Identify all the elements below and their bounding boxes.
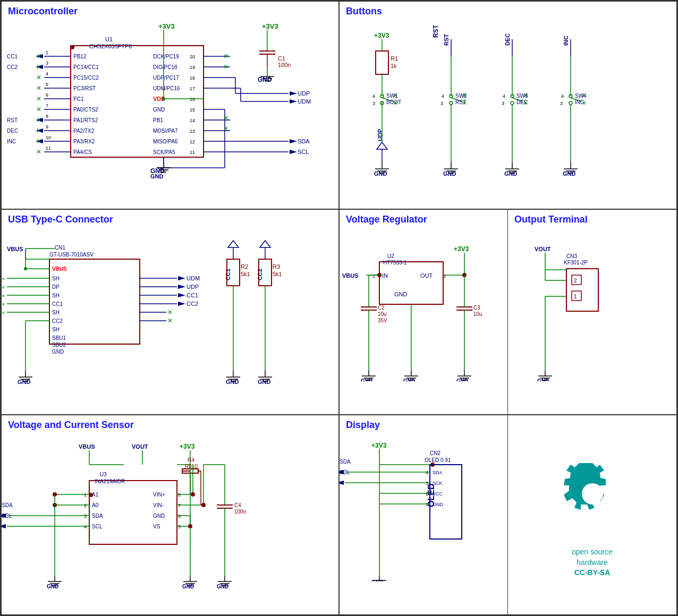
- svg-text:SDA: SDA: [340, 459, 351, 465]
- svg-text:RST: RST: [7, 117, 18, 123]
- svg-text:✕: ✕: [167, 317, 173, 324]
- cell-display: Display +3V3 CN2 OLED 0.91 OLED SDA SCK …: [340, 415, 508, 614]
- svg-text:✕: ✕: [36, 127, 41, 134]
- svg-text:C4: C4: [234, 502, 241, 508]
- svg-text:4: 4: [442, 93, 444, 99]
- svg-text:IN: IN: [382, 272, 388, 279]
- svg-marker-244: [178, 276, 185, 280]
- svg-text:✕: ✕: [223, 125, 228, 132]
- svg-text:19: 19: [190, 65, 195, 70]
- svg-text:2: 2: [426, 491, 428, 497]
- svg-text:GND: GND: [443, 170, 456, 177]
- svg-point-379: [89, 493, 93, 497]
- svg-text:GND: GND: [258, 76, 272, 83]
- svg-text:+3V3: +3V3: [262, 22, 278, 30]
- svg-marker-253: [178, 302, 185, 306]
- svg-text:HT7533-1: HT7533-1: [383, 260, 407, 266]
- svg-text:17: 17: [190, 86, 195, 91]
- display-title: Display: [340, 415, 507, 433]
- osh-line1: open source: [572, 547, 613, 556]
- svg-text:10u: 10u: [378, 311, 387, 317]
- cell-row2-right: Voltage Regulator VBUS U2 HT7533-1 IN OU…: [339, 209, 677, 415]
- svg-text:+3V3: +3V3: [371, 442, 387, 449]
- svg-text:2: 2: [372, 273, 375, 279]
- svg-text:C1: C1: [278, 55, 285, 62]
- svg-rect-214: [49, 259, 140, 344]
- svg-marker-247: [178, 285, 185, 289]
- svg-text:VS: VS: [153, 524, 160, 529]
- svg-text:GND: GND: [52, 349, 64, 355]
- svg-text:DIO/PC18: DIO/PC18: [153, 64, 177, 70]
- svg-text:+3V3: +3V3: [374, 32, 389, 39]
- svg-text:7: 7: [46, 103, 48, 108]
- svg-text:VOUT: VOUT: [132, 443, 148, 450]
- svg-marker-264: [260, 241, 270, 247]
- svg-text:✕: ✕: [581, 99, 587, 107]
- svg-point-180: [569, 101, 572, 105]
- svg-rect-360: [89, 481, 177, 544]
- svg-marker-123: [290, 150, 297, 154]
- svg-text:GND: GND: [217, 584, 228, 589]
- svg-text:4: 4: [426, 470, 428, 475]
- svg-text:SCL: SCL: [340, 469, 350, 475]
- sensor-schematic: VBUS VOUT +3V3 U3 INA219AIDR A1 A0 SDA S…: [2, 433, 331, 589]
- svg-text:✕: ✕: [2, 285, 5, 290]
- svg-text:2: 2: [574, 278, 577, 284]
- svg-text:CC2: CC2: [187, 301, 198, 307]
- svg-text:SH: SH: [52, 293, 60, 298]
- svg-text:UDP/PC17: UDP/PC17: [153, 75, 179, 81]
- svg-text:PC1: PC1: [73, 96, 84, 102]
- svg-text:✕: ✕: [36, 138, 41, 145]
- svg-text:PA3/RX2: PA3/RX2: [73, 139, 95, 144]
- svg-text:UDM/PC16: UDM/PC16: [153, 85, 180, 91]
- svg-text:4: 4: [372, 93, 375, 99]
- svg-point-169: [511, 101, 514, 105]
- svg-text:35V: 35V: [378, 318, 387, 323]
- svg-text:1: 1: [84, 492, 87, 498]
- svg-marker-389: [2, 524, 6, 528]
- svg-text:✕: ✕: [581, 92, 587, 99]
- svg-text:1: 1: [574, 294, 577, 300]
- svg-text:SDA: SDA: [433, 470, 443, 475]
- svg-text:3: 3: [502, 101, 504, 106]
- svg-text:3: 3: [440, 101, 443, 106]
- svg-text:✕: ✕: [223, 63, 228, 71]
- svg-text:GND: GND: [563, 170, 576, 177]
- svg-text:CN2: CN2: [430, 450, 440, 456]
- cell-buttons: Buttons +3V3 R1 1k RST RST DEC INC UDP: [339, 1, 677, 209]
- svg-text:14: 14: [190, 118, 195, 123]
- svg-text:PC15/CC2: PC15/CC2: [73, 75, 99, 81]
- display-schematic: +3V3 CN2 OLED 0.91 OLED SDA SCK VCC GND …: [340, 433, 504, 581]
- svg-text:CC2: CC2: [52, 318, 63, 324]
- svg-text:4: 4: [84, 524, 87, 529]
- svg-point-463: [588, 484, 597, 493]
- usb-schematic: VBUS CN1 GT-USB-7010ASV VBUS SH DP ✕ SH …: [2, 227, 326, 389]
- svg-text:MISO/PA6: MISO/PA6: [153, 139, 178, 144]
- svg-text:PC14/CC1: PC14/CC1: [73, 64, 99, 70]
- svg-text:2: 2: [84, 503, 87, 508]
- svg-text:GND: GND: [433, 502, 444, 507]
- svg-text:SBU1: SBU1: [52, 335, 66, 341]
- svg-rect-291: [379, 262, 443, 304]
- svg-text:4: 4: [561, 93, 564, 99]
- svg-text:SCL: SCL: [298, 149, 309, 155]
- svg-text:3: 3: [372, 101, 375, 106]
- svg-marker-83: [290, 91, 297, 96]
- svg-text:GND: GND: [47, 584, 58, 589]
- svg-text:SDA: SDA: [92, 513, 103, 519]
- svg-text:CN3: CN3: [566, 253, 577, 259]
- cell-row3-right: Display +3V3 CN2 OLED 0.91 OLED SDA SCK …: [339, 415, 677, 615]
- svg-text:KF301-2P: KF301-2P: [564, 260, 588, 266]
- svg-text:3: 3: [443, 273, 446, 279]
- svg-text:GND: GND: [150, 173, 164, 179]
- svg-text:5k1: 5k1: [273, 271, 282, 277]
- svg-text:UDM: UDM: [187, 275, 200, 281]
- osh-text: open source hardware CC-BY-SA: [572, 547, 613, 578]
- svg-text:5: 5: [178, 524, 181, 529]
- buttons-title: Buttons: [340, 2, 676, 19]
- svg-text:✕: ✕: [2, 302, 5, 307]
- svg-text:9: 9: [46, 124, 48, 130]
- svg-text:GND: GND: [226, 379, 239, 385]
- buttons-schematic: +3V3 R1 1k RST RST DEC INC UDP: [340, 19, 669, 184]
- svg-point-220: [24, 267, 27, 270]
